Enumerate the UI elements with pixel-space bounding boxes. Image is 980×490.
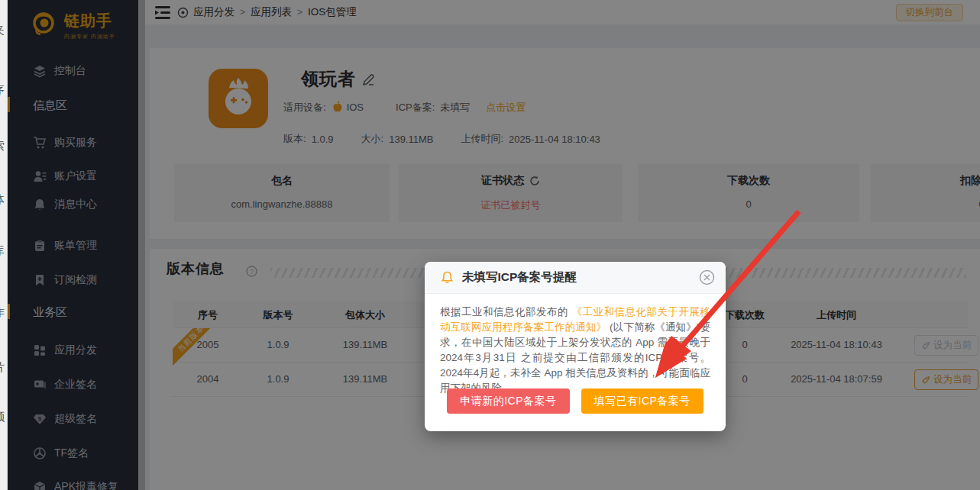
- icp-reminder-modal: 未填写ICP备案号提醒 根据工业和信息化部发布的 《工业和信息化部关于开展移动互…: [425, 262, 726, 431]
- strip-char: 库: [0, 243, 7, 258]
- modal-body: 根据工业和信息化部发布的 《工业和信息化部关于开展移动互联网应用程序备案工作的通…: [425, 294, 726, 396]
- strip-char: 作: [0, 305, 7, 320]
- strip-char: 索: [0, 139, 7, 153]
- strip-char: 夹: [0, 23, 7, 37]
- bell-icon: [440, 270, 454, 285]
- strip-char: 片: [0, 360, 7, 375]
- fill-existing-icp-button[interactable]: 填写已有ICP备案号: [581, 388, 703, 414]
- modal-header: 未填写ICP备案号提醒: [425, 262, 726, 294]
- strip-char: 序: [0, 83, 7, 98]
- modal-title: 未填写ICP备案号提醒: [462, 269, 577, 285]
- apply-new-icp-button[interactable]: 申请新的ICP备案号: [447, 388, 569, 414]
- body-text: 根据工业和信息化部发布的: [440, 306, 571, 318]
- background-window-strip: 夹 序 索 体 库 作 片 频: [0, 0, 8, 490]
- strip-char: 频: [0, 410, 7, 424]
- close-icon[interactable]: [699, 269, 715, 285]
- strip-char: 体: [0, 192, 7, 207]
